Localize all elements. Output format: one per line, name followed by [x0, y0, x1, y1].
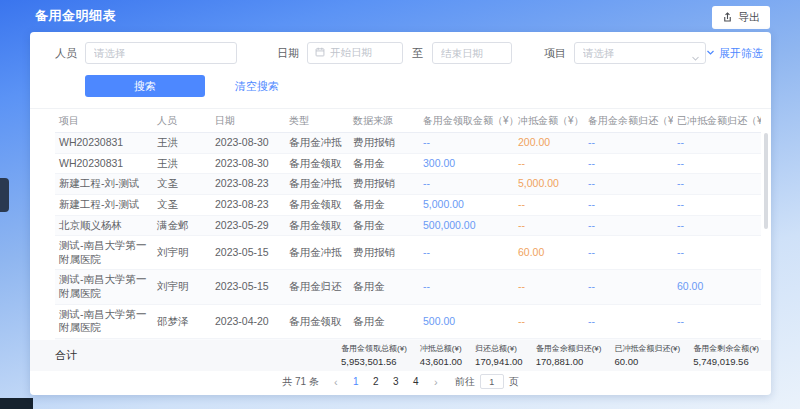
col-received: 备用金领取金额（¥）: [419, 109, 514, 133]
summary-total-label: 合计: [55, 348, 77, 363]
summary-item-label: 备用金余额归还(¥): [536, 343, 602, 354]
cell-received-amount: 500,000.00: [419, 215, 514, 236]
page-button-4[interactable]: 4: [409, 376, 423, 387]
summary-item-label: 归还总额(¥): [475, 343, 523, 354]
cell-offset-amount: --: [514, 270, 584, 304]
cell-type: 备用金冲抵: [285, 236, 349, 270]
cell-type: 备用金归还: [285, 339, 349, 340]
cell-offset-amount: 60.00: [514, 236, 584, 270]
cell-offset-return: 60.00: [673, 270, 761, 304]
col-project: 项目: [55, 109, 153, 133]
search-button[interactable]: 搜索: [85, 75, 205, 97]
cell-type: 备用金领取: [285, 304, 349, 338]
filter-bar: 人员 日期 开始日期 至 项目: [30, 32, 771, 108]
cell-offset-amount: --: [514, 153, 584, 174]
cell-balance-return: --: [584, 236, 673, 270]
summary-item: 已冲抵金额归还(¥) 60.00: [614, 343, 680, 367]
cell-source: 备用金: [349, 304, 419, 338]
cell-person: 刘宇明: [153, 270, 211, 304]
person-filter-label: 人员: [55, 46, 77, 61]
table-row: 测试-南昌大学第一附属医院 邵梦泽 2023-04-20 备用金领取 备用金 5…: [55, 304, 761, 338]
cell-person: 邵梦泽: [153, 304, 211, 338]
summary-item-value: 170,881.00: [536, 356, 602, 367]
cell-person: 王洪: [153, 133, 211, 154]
collapsed-sidebar-handle[interactable]: [0, 178, 9, 212]
cell-project: 新建工程-刘-测试: [55, 194, 153, 215]
cell-balance-return: --: [584, 174, 673, 195]
cell-date: 2023-04-20: [211, 339, 285, 340]
cell-type: 备用金冲抵: [285, 174, 349, 195]
cell-source: 备用金: [349, 153, 419, 174]
cell-received-amount: 5,000.00: [419, 194, 514, 215]
project-filter-select[interactable]: [574, 42, 706, 64]
cell-date: 2023-05-15: [211, 270, 285, 304]
cell-date: 2023-05-15: [211, 236, 285, 270]
page-button-3[interactable]: 3: [389, 376, 403, 387]
calendar-icon: [315, 47, 325, 59]
prev-page-button[interactable]: ‹: [330, 376, 342, 388]
cell-offset-return: 0.00: [673, 339, 761, 340]
export-icon: [722, 12, 733, 23]
cell-person: 刘宇明: [153, 236, 211, 270]
cell-received-amount: --: [419, 174, 514, 195]
cell-balance-return: --: [584, 270, 673, 304]
goto-suffix-label: 页: [509, 375, 519, 389]
cell-offset-return: --: [673, 194, 761, 215]
table-row: 测试-南昌大学第一附属医院 刘宇明 2023-05-15 备用金归还 备用金 -…: [55, 270, 761, 304]
summary-item: 备用金剩余金额(¥) 5,749,019.56: [693, 343, 759, 367]
cell-received-amount: 300.00: [419, 153, 514, 174]
clear-search-button[interactable]: 清空搜索: [235, 79, 279, 94]
cell-date: 2023-08-23: [211, 174, 285, 195]
person-filter-input[interactable]: [85, 42, 237, 64]
cell-type: 备用金领取: [285, 153, 349, 174]
col-offset: 冲抵金额（¥）: [514, 109, 584, 133]
summary-item: 备用金余额归还(¥) 170,881.00: [536, 343, 602, 367]
expand-filters-label: 展开筛选: [719, 46, 763, 61]
cell-received-amount: --: [419, 236, 514, 270]
summary-item-label: 备用金领取总额(¥): [341, 343, 407, 354]
cell-type: 备用金归还: [285, 270, 349, 304]
summary-item-value: 43,601.00: [420, 356, 462, 367]
cell-offset-return: --: [673, 174, 761, 195]
date-start-placeholder: 开始日期: [330, 46, 372, 60]
next-page-button[interactable]: ›: [430, 376, 442, 388]
cell-person: 文圣: [153, 194, 211, 215]
date-end-input[interactable]: [432, 42, 512, 64]
table-row: 北京顺义杨林 满金邺 2023-05-29 备用金领取 备用金 500,000.…: [55, 215, 761, 236]
cell-date: 2023-08-30: [211, 153, 285, 174]
expand-filters-link[interactable]: 展开筛选: [706, 46, 763, 61]
page-title: 备用金明细表: [35, 7, 116, 25]
cell-type: 备用金领取: [285, 194, 349, 215]
pagination-total: 共 71 条: [282, 375, 319, 389]
summary-item-label: 冲抵总额(¥): [420, 343, 462, 354]
cell-offset-amount: --: [514, 339, 584, 340]
table-row: 新建工程-刘-测试 文圣 2023-08-23 备用金冲抵 费用报销 -- 5,…: [55, 174, 761, 195]
page-button-2[interactable]: 2: [369, 376, 383, 387]
export-label: 导出: [738, 10, 760, 25]
export-button[interactable]: 导出: [712, 6, 770, 29]
goto-prefix-label: 前往: [455, 375, 475, 389]
cell-source: 备用金: [349, 270, 419, 304]
summary-item-label: 备用金剩余金额(¥): [693, 343, 759, 354]
col-offset-return: 已冲抵金额归还（¥）: [673, 109, 761, 133]
summary-item-value: 170,941.00: [475, 356, 523, 367]
cell-received-amount: 500.00: [419, 304, 514, 338]
cell-offset-return: --: [673, 236, 761, 270]
page-button-1[interactable]: 1: [349, 376, 363, 387]
goto-page-input[interactable]: [480, 374, 504, 389]
cell-offset-return: --: [673, 133, 761, 154]
vertical-scrollbar[interactable]: [764, 133, 768, 229]
date-start-input[interactable]: 开始日期: [307, 42, 403, 64]
table-row: 测试-南昌大学第一附属医院 刘宇明 2023-05-15 备用金冲抵 费用报销 …: [55, 236, 761, 270]
cell-offset-return: --: [673, 304, 761, 338]
table-header-row: 项目 人员 日期 类型 数据来源 备用金领取金额（¥） 冲抵金额（¥） 备用金余…: [55, 109, 761, 133]
cell-balance-return: --: [584, 194, 673, 215]
cell-received-amount: --: [419, 133, 514, 154]
cell-person: 满金邺: [153, 215, 211, 236]
pagination-bar: 共 71 条 ‹ 1234 › 前往 页: [30, 371, 771, 395]
table-body: WH20230831 王洪 2023-08-30 备用金冲抵 费用报销 -- 2…: [55, 133, 761, 341]
cell-date: 2023-08-23: [211, 194, 285, 215]
summary-item: 冲抵总额(¥) 43,601.00: [420, 343, 462, 367]
cell-type: 备用金领取: [285, 215, 349, 236]
data-table: 项目 人员 日期 类型 数据来源 备用金领取金额（¥） 冲抵金额（¥） 备用金余…: [30, 108, 771, 340]
